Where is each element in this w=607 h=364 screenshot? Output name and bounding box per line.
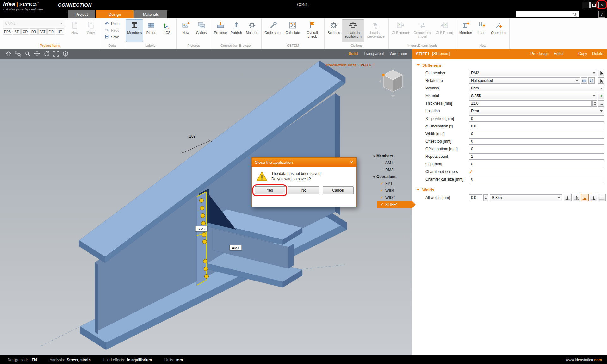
gap-input[interactable]: 0	[469, 161, 604, 167]
cancel-button[interactable]: Cancel	[323, 186, 354, 194]
connection-import-button[interactable]: Connection Import	[411, 19, 434, 42]
undo-button[interactable]: ↶Undo	[104, 21, 119, 27]
location-combo[interactable]: Rear	[469, 108, 604, 114]
project-type-fir-button[interactable]: FIR	[47, 28, 55, 35]
all-welds-spinner[interactable]	[483, 194, 488, 201]
tab-design[interactable]: Design	[96, 10, 134, 18]
tree-item-wid1[interactable]: ✓ WID1	[373, 187, 412, 194]
dialog-close-button[interactable]: ✕	[350, 160, 354, 165]
section-welds[interactable]: Welds	[412, 186, 607, 194]
copy-operation-button[interactable]: Copy	[578, 52, 587, 56]
weld-type-button-5[interactable]	[598, 194, 606, 201]
repeat-count-input[interactable]: 1	[469, 153, 604, 160]
offset-bottom-input[interactable]: 0	[469, 146, 604, 152]
tab-project[interactable]: Project	[68, 10, 95, 18]
x-position-input[interactable]: 0	[469, 115, 604, 122]
overall-check-button[interactable]: Overall check	[302, 19, 323, 42]
related-swap-button[interactable]	[588, 77, 595, 84]
search-input[interactable]	[517, 12, 573, 17]
view-style-button[interactable]	[61, 50, 70, 58]
offset-top-input[interactable]: 0	[469, 138, 604, 145]
minimize-button[interactable]	[582, 2, 590, 8]
position-combo[interactable]: Both	[469, 85, 604, 91]
new-picture-button[interactable]: New	[178, 19, 193, 42]
section-collapse-icon[interactable]	[417, 64, 420, 66]
loads-in-equilibrium-toggle[interactable]: Loads in equilibrium	[342, 19, 364, 42]
project-type-eps-button[interactable]: EPS	[3, 28, 12, 35]
thickness-more-button[interactable]: …	[598, 100, 604, 107]
project-type-fat-button[interactable]: FAT	[38, 28, 46, 35]
related-to-combo[interactable]: Not specified	[469, 77, 580, 84]
weld-type-button-1[interactable]	[564, 194, 572, 201]
spin-down-icon[interactable]	[594, 104, 596, 105]
search-box[interactable]	[516, 11, 579, 17]
calculate-button[interactable]: Calculate	[284, 19, 301, 42]
gallery-button[interactable]: Gallery	[194, 19, 209, 42]
expander-icon[interactable]: ▾	[373, 154, 375, 158]
new-project-item-button[interactable]: New	[67, 19, 83, 42]
expander-icon[interactable]: ▾	[373, 175, 375, 179]
editor-button[interactable]: Editor	[554, 52, 564, 56]
settings-button[interactable]: Settings	[326, 19, 341, 42]
section-collapse-icon[interactable]	[417, 189, 420, 191]
chamfer-cut-size-input[interactable]: 0	[469, 176, 604, 182]
pick-on-member-button[interactable]	[598, 70, 604, 76]
tree-header-members[interactable]: ▾ Members	[373, 152, 412, 159]
welds-material-combo[interactable]: S 355	[490, 194, 562, 201]
on-member-combo[interactable]: RM2	[469, 70, 597, 76]
pre-design-button[interactable]: Pre-design	[530, 52, 549, 56]
material-combo[interactable]: S 355	[469, 93, 597, 99]
pan-button[interactable]	[32, 50, 42, 58]
spin-up-icon[interactable]	[594, 102, 596, 103]
yes-button[interactable]: Yes	[255, 186, 285, 194]
render-mode-wireframe[interactable]: Wireframe	[390, 52, 407, 56]
project-type-ht-button[interactable]: HT	[56, 28, 64, 35]
member-label-rm2[interactable]: RM2	[195, 226, 207, 231]
weld-type-button-3[interactable]	[581, 194, 589, 201]
members-labels-button[interactable]: Members	[126, 19, 143, 42]
website-link[interactable]: www.ideastatica.com	[566, 358, 602, 362]
tree-item-am1[interactable]: ✓ AM1	[373, 159, 412, 166]
weld-type-button-2[interactable]	[573, 194, 580, 201]
inclination-input[interactable]: 0.0	[469, 123, 604, 129]
save-button[interactable]: Save	[104, 34, 119, 40]
related-plate-button[interactable]	[581, 77, 587, 84]
no-button[interactable]: No	[288, 186, 319, 194]
project-type-cd-button[interactable]: CD	[21, 28, 29, 35]
lcs-labels-button[interactable]: LCS	[159, 19, 175, 42]
plates-labels-button[interactable]: Plates	[144, 19, 159, 42]
all-welds-input[interactable]: 0.0	[469, 194, 482, 201]
maximize-button[interactable]	[590, 2, 598, 8]
zoom-window-button[interactable]	[13, 50, 23, 58]
render-mode-solid[interactable]: Solid	[349, 52, 358, 56]
render-mode-transparent[interactable]: Transparent	[363, 52, 384, 56]
rotate-view-button[interactable]	[42, 50, 51, 58]
copy-project-item-button[interactable]: Copy	[83, 19, 98, 42]
width-input[interactable]: 0	[469, 131, 604, 137]
chamfered-corners-checkbox[interactable]: ✓	[469, 169, 473, 174]
tree-item-stiff1-selected[interactable]: ✓ STIFF1	[377, 201, 412, 208]
code-setup-button[interactable]: Code setup	[263, 19, 283, 42]
loads-percentage-button[interactable]: % Loads - percentage	[365, 19, 387, 42]
project-type-dr-button[interactable]: DR	[30, 28, 38, 35]
navigation-cube[interactable]	[379, 70, 402, 98]
propose-button[interactable]: Propose	[213, 19, 228, 42]
new-member-button[interactable]: Member	[458, 19, 473, 42]
home-view-button[interactable]	[4, 50, 13, 58]
thickness-input[interactable]: 12.0	[469, 100, 592, 107]
new-load-button[interactable]: Load	[474, 19, 489, 42]
spin-up-icon[interactable]	[485, 196, 487, 197]
info-button[interactable]: i	[598, 11, 605, 18]
xls-export-button[interactable]: X XLS Export	[434, 19, 455, 42]
pick-related-button[interactable]	[598, 77, 604, 84]
thickness-spinner[interactable]	[592, 100, 597, 107]
manage-button[interactable]: Manage	[245, 19, 260, 42]
redo-button[interactable]: ↷Redo	[104, 28, 119, 33]
tree-item-wid2[interactable]: ✓ WID2	[373, 194, 412, 201]
zoom-button[interactable]	[23, 50, 32, 58]
section-stiffeners[interactable]: Stiffeners	[412, 61, 607, 69]
tab-materials[interactable]: Materials	[134, 10, 167, 18]
tree-item-rm2[interactable]: ✓ RM2	[373, 166, 412, 173]
spin-down-icon[interactable]	[485, 198, 487, 200]
xls-import-button[interactable]: X XLS Import	[390, 19, 410, 42]
